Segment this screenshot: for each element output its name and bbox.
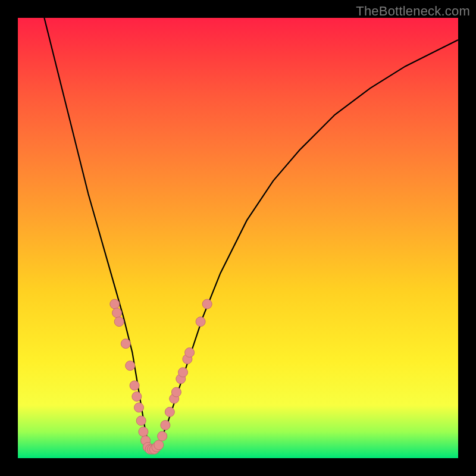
data-point-marker: [202, 299, 212, 309]
data-point-marker: [171, 387, 181, 397]
data-point-marker: [136, 416, 146, 425]
data-point-marker: [130, 381, 139, 390]
data-point-marker: [165, 407, 174, 416]
data-point-marker: [161, 421, 170, 430]
data-point-marker: [132, 392, 142, 401]
chart-plot-area: [18, 18, 458, 458]
data-point-marker: [185, 347, 195, 357]
chart-svg: [18, 18, 458, 458]
watermark-text: TheBottleneck.com: [356, 4, 470, 19]
data-point-marker: [154, 440, 164, 450]
data-point-marker: [196, 317, 205, 327]
data-point-marker: [121, 339, 130, 349]
data-point-marker: [110, 299, 120, 309]
data-point-marker: [114, 317, 124, 327]
data-point-marker: [112, 308, 122, 318]
data-point-marker: [139, 427, 148, 437]
data-point-marker: [126, 361, 135, 371]
data-point-marker: [178, 368, 188, 377]
data-point-marker: [134, 403, 144, 412]
data-point-marker: [158, 431, 167, 441]
bottleneck-curve: [44, 18, 458, 449]
